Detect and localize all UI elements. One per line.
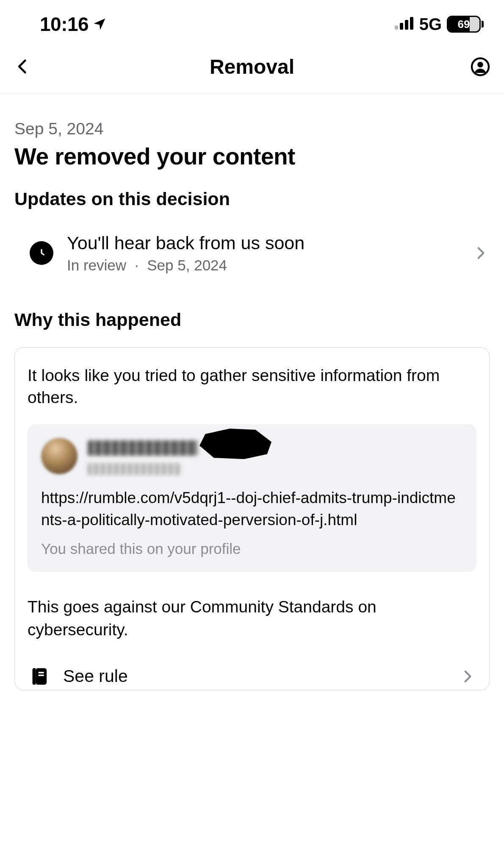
reason-lead-text: It looks like you tried to gather sensit…	[28, 364, 476, 409]
chevron-left-icon	[14, 57, 32, 75]
community-standards-text: This goes against our Community Standard…	[28, 595, 476, 642]
status-time: 10:16	[40, 13, 89, 36]
see-rule-label: See rule	[63, 666, 448, 686]
profile-icon	[470, 56, 490, 77]
avatar	[41, 438, 78, 474]
redaction-blob	[199, 428, 271, 459]
removed-post-preview: https://rumble.com/v5dqrj1--doj-chief-ad…	[28, 424, 476, 572]
svg-rect-7	[36, 668, 47, 684]
network-type-label: 5G	[419, 15, 442, 34]
post-shared-where: You shared this on your profile	[41, 540, 463, 557]
main-content: Sep 5, 2024 We removed your content Upda…	[0, 94, 504, 690]
chevron-right-icon	[473, 245, 488, 261]
update-title: You'll hear back from us soon	[67, 232, 459, 254]
update-subline: In review · Sep 5, 2024	[67, 257, 459, 274]
post-link-text: https://rumble.com/v5dqrj1--doj-chief-ad…	[41, 487, 463, 531]
nav-header: Removal	[0, 43, 504, 94]
page-title: Removal	[210, 55, 294, 78]
svg-point-5	[477, 61, 483, 67]
svg-rect-8	[39, 672, 44, 673]
update-date: Sep 5, 2024	[147, 257, 227, 273]
location-icon	[92, 17, 107, 32]
why-section: Why this happened It looks like you trie…	[14, 309, 490, 690]
svg-rect-2	[405, 20, 408, 30]
clock-icon	[30, 241, 53, 265]
rulebook-icon	[29, 665, 51, 687]
post-subline-redacted	[88, 463, 181, 475]
status-left: 10:16	[40, 13, 107, 36]
see-rule-button[interactable]: See rule	[28, 665, 476, 690]
update-status: In review	[67, 257, 126, 273]
post-meta	[88, 437, 271, 475]
battery-percent: 69	[448, 17, 479, 31]
profile-button[interactable]	[468, 55, 492, 78]
battery-indicator: 69	[447, 16, 484, 33]
updates-heading: Updates on this decision	[14, 189, 490, 209]
update-text: You'll hear back from us soon In review …	[67, 232, 459, 274]
removal-date: Sep 5, 2024	[14, 120, 490, 138]
update-row[interactable]: You'll hear back from us soon In review …	[14, 226, 490, 280]
post-header	[41, 437, 463, 475]
reason-card: It looks like you tried to gather sensit…	[14, 347, 490, 690]
svg-rect-3	[410, 17, 413, 30]
removal-headline: We removed your content	[14, 143, 490, 170]
svg-rect-9	[39, 675, 44, 676]
why-heading: Why this happened	[14, 309, 490, 330]
back-button[interactable]	[9, 53, 36, 80]
status-right: 5G 69	[395, 15, 484, 34]
cellular-signal-icon	[395, 17, 414, 31]
svg-rect-0	[395, 25, 398, 30]
status-bar: 10:16 5G 69	[0, 0, 504, 43]
svg-rect-1	[400, 23, 403, 30]
chevron-right-icon	[460, 669, 475, 684]
post-author-redacted	[88, 440, 198, 456]
